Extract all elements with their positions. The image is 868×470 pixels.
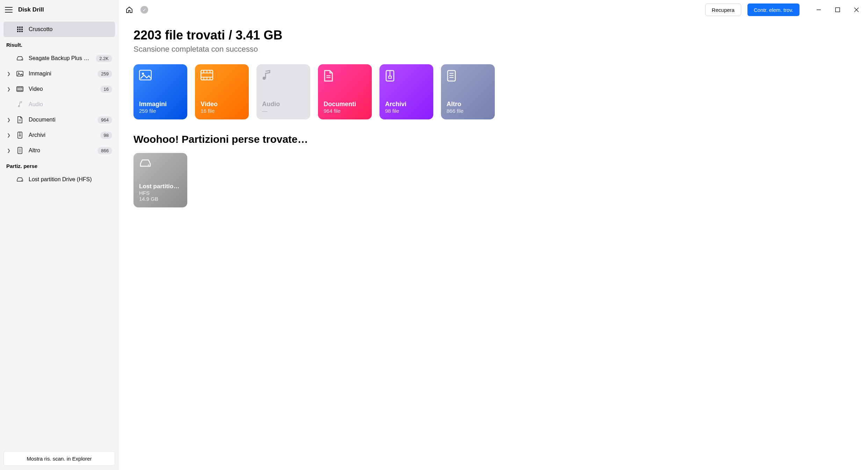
svg-rect-6	[17, 31, 19, 32]
card-title: Audio	[262, 101, 305, 108]
partition-fs: HFS	[139, 190, 182, 196]
topbar: ✓ Recupera Contr. elem. trov.	[119, 0, 868, 20]
main-area: ✓ Recupera Contr. elem. trov. 2203 file …	[119, 0, 868, 470]
svg-point-11	[18, 73, 19, 74]
page-subtitle: Scansione completata con successo	[133, 45, 853, 54]
sidebar-drive[interactable]: Seagate Backup Plus 50… 2.2K	[3, 51, 115, 66]
image-icon	[139, 70, 182, 82]
show-in-explorer-button[interactable]: Mostra ris. scan. in Explorer	[3, 451, 115, 466]
sidebar-drive-badge: 2.2K	[96, 55, 112, 62]
partition-title: Lost partitio…	[139, 183, 182, 190]
music-icon	[262, 70, 305, 82]
sidebar-item-images[interactable]: ❯ Immagini 259	[3, 66, 115, 81]
svg-point-31	[21, 180, 22, 181]
menu-icon[interactable]	[5, 7, 13, 13]
sidebar-results-header: Risult.	[3, 37, 115, 51]
card-other[interactable]: Altro 866 file	[441, 64, 495, 119]
card-sub: 259 file	[139, 108, 182, 114]
sidebar-item-label: Audio	[29, 101, 112, 108]
sidebar-footer: Mostra ris. scan. in Explorer	[0, 451, 118, 470]
svg-point-37	[142, 73, 144, 75]
svg-rect-36	[139, 70, 151, 80]
sidebar-dashboard[interactable]: Cruscotto	[3, 22, 115, 37]
archive-icon	[16, 132, 24, 139]
content: 2203 file trovati / 3.41 GB Scansione co…	[119, 20, 868, 470]
review-button[interactable]: Contr. elem. trov.	[747, 3, 800, 16]
svg-rect-4	[19, 29, 21, 30]
svg-rect-2	[21, 27, 23, 28]
page-title: 2203 file trovati / 3.41 GB	[133, 28, 853, 43]
status-check-icon: ✓	[140, 6, 148, 14]
drive-icon	[16, 56, 24, 61]
sidebar-dashboard-label: Cruscotto	[29, 26, 112, 32]
sidebar-item-archives[interactable]: ❯ Archivi 98	[3, 127, 115, 143]
document-icon	[324, 70, 366, 82]
svg-point-47	[263, 77, 266, 80]
chevron-right-icon: ❯	[6, 71, 11, 76]
app-root: Disk Drill Cruscotto Risult. Seagate Bac…	[0, 0, 868, 470]
sidebar-item-badge: 964	[97, 116, 112, 124]
svg-rect-5	[21, 29, 23, 30]
card-title: Altro	[447, 101, 489, 108]
sidebar-item-label: Documenti	[29, 117, 93, 123]
chevron-right-icon: ❯	[6, 87, 11, 91]
card-title: Immagini	[139, 101, 182, 108]
partition-card[interactable]: Lost partitio… HFS 14.9 GB	[133, 153, 187, 207]
sidebar-item-label: Video	[29, 86, 95, 92]
card-sub: 98 file	[385, 108, 428, 114]
card-video[interactable]: Video 16 file	[195, 64, 249, 119]
card-sub: 964 file	[324, 108, 366, 114]
card-title: Video	[201, 101, 243, 108]
sidebar-item-audio[interactable]: Audio	[3, 97, 115, 112]
svg-rect-7	[19, 31, 21, 32]
sidebar-drive-label: Seagate Backup Plus 50…	[29, 55, 91, 61]
home-button[interactable]	[124, 5, 134, 15]
drive-icon	[16, 177, 24, 182]
card-audio[interactable]: Audio —	[256, 64, 310, 119]
svg-rect-1	[19, 27, 21, 28]
topbar-left: ✓	[124, 5, 148, 15]
file-icon	[447, 70, 489, 82]
card-sub: 16 file	[201, 108, 243, 114]
svg-point-9	[21, 59, 22, 60]
sidebar-lost-partition[interactable]: Lost partition Drive (HFS)	[3, 172, 115, 187]
recover-button[interactable]: Recupera	[705, 3, 741, 16]
sidebar-item-badge: 866	[97, 147, 112, 154]
sidebar-item-documents[interactable]: ❯ Documenti 964	[3, 112, 115, 127]
chevron-right-icon: ❯	[6, 133, 11, 138]
sidebar-item-video[interactable]: ❯ Video 16	[3, 81, 115, 97]
card-archives[interactable]: Archivi 98 file	[379, 64, 433, 119]
chevron-right-icon: ❯	[6, 117, 11, 122]
card-sub: 866 file	[447, 108, 489, 114]
card-sub: —	[262, 108, 305, 114]
svg-rect-26	[19, 135, 21, 136]
partition-size: 14.9 GB	[139, 196, 182, 202]
file-type-cards: Immagini 259 file Video 16 file	[133, 64, 853, 119]
sidebar-item-other[interactable]: ❯ Altro 866	[3, 143, 115, 158]
sidebar-item-label: Altro	[29, 147, 93, 154]
sidebar-body: Cruscotto Risult. Seagate Backup Plus 50…	[0, 20, 118, 451]
maximize-button[interactable]	[833, 5, 842, 14]
lost-partitions-title: Woohoo! Partizioni perse trovate…	[133, 133, 853, 145]
svg-rect-33	[836, 8, 840, 12]
image-icon	[16, 71, 24, 76]
card-images[interactable]: Immagini 259 file	[133, 64, 187, 119]
minimize-button[interactable]	[814, 5, 823, 14]
card-title: Documenti	[324, 101, 366, 108]
grid-icon	[16, 26, 24, 32]
archive-icon	[385, 70, 428, 82]
sidebar-lost-header: Partiz. perse	[3, 158, 115, 172]
app-title: Disk Drill	[18, 6, 44, 13]
music-icon	[16, 101, 24, 108]
svg-rect-8	[21, 31, 23, 32]
svg-rect-3	[17, 29, 19, 30]
close-button[interactable]	[852, 5, 861, 14]
sidebar-header: Disk Drill	[0, 0, 118, 20]
file-icon	[16, 147, 24, 154]
card-documents[interactable]: Documenti 964 file	[318, 64, 372, 119]
document-icon	[16, 116, 24, 123]
sidebar-item-label: Immagini	[29, 71, 93, 77]
svg-rect-0	[17, 27, 19, 28]
sidebar-item-label: Archivi	[29, 132, 95, 138]
svg-rect-52	[389, 76, 391, 78]
